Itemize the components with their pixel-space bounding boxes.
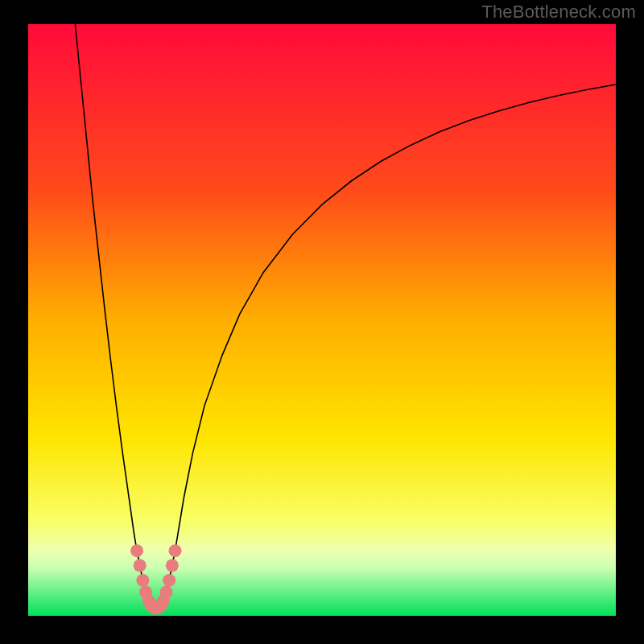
marker-point bbox=[163, 574, 175, 587]
chart-frame: TheBottleneck.com bbox=[0, 0, 644, 644]
marker-point bbox=[166, 559, 179, 572]
marker-point bbox=[160, 586, 173, 599]
watermark-label: TheBottleneck.com bbox=[481, 2, 636, 23]
chart-svg bbox=[28, 24, 616, 616]
marker-point bbox=[130, 544, 143, 557]
marker-point bbox=[169, 544, 182, 557]
plot-area bbox=[28, 24, 616, 616]
marker-point bbox=[134, 559, 147, 572]
marker-point bbox=[136, 574, 149, 587]
gradient-rect bbox=[28, 24, 616, 616]
